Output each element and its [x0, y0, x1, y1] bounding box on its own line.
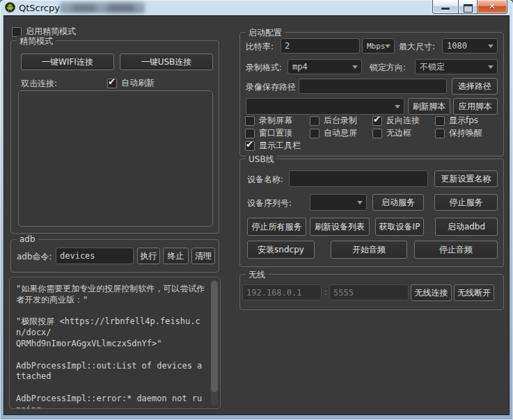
device-list[interactable]	[18, 90, 213, 227]
checkbox-icon[interactable]	[372, 129, 382, 138]
lock-orientation-combo[interactable]: 不锁定	[415, 59, 498, 74]
log-output[interactable]: "如果你需要更加专业的投屏控制软件，可以尝试作 者开发的商业版：" "极限投屏 …	[9, 277, 221, 409]
window-on-top-checkbox[interactable]: 窗口置顶	[245, 127, 292, 139]
auto-screen-off-label: 自动息屏	[324, 127, 357, 139]
max-size-combo[interactable]: 1080	[442, 38, 498, 54]
launch-config-group: 启动配置 比特率: Mbps 最大尺寸: 1080 录制格式: mp4 锁定方向…	[239, 32, 504, 156]
checkbox-icon[interactable]	[245, 141, 255, 151]
choose-path-button[interactable]: 选择路径	[452, 78, 498, 95]
ip-port-separator: :	[324, 287, 327, 297]
refresh-device-list-button[interactable]: 刷新设备列表	[310, 218, 370, 236]
update-name-button[interactable]: 更新设置名称	[434, 170, 498, 187]
serial-label: 设备序列号:	[247, 197, 292, 209]
record-path-label: 录像保存路径	[246, 81, 296, 93]
minimize-button[interactable]	[432, 0, 459, 14]
install-sndcpy-button[interactable]: 安装sndcpy	[247, 241, 315, 259]
log-scrollbar[interactable]	[211, 280, 218, 406]
stop-service-button[interactable]: 停止服务	[434, 194, 498, 211]
android-icon	[5, 2, 15, 13]
adb-command-label: adb命令:	[17, 251, 52, 263]
chevron-down-icon	[352, 65, 358, 69]
device-name-label: 设备名称:	[247, 174, 283, 186]
frameless-checkbox[interactable]: 无边框	[372, 127, 411, 139]
usb-group-title: USB线	[246, 154, 277, 165]
record-format-combo[interactable]: mp4	[287, 59, 362, 74]
maximize-icon	[464, 4, 473, 13]
window-on-top-label: 窗口置顶	[259, 127, 292, 139]
show-toolbar-checkbox[interactable]: 显示工具栏	[245, 140, 301, 152]
bitrate-unit-combo[interactable]: Mbps	[362, 38, 395, 54]
wireless-connect-button[interactable]: 无线连接	[411, 284, 452, 301]
background-record-checkbox[interactable]: 后台录制	[310, 115, 357, 127]
wireless-group-title: 无线	[246, 269, 268, 281]
checkbox-icon[interactable]	[310, 116, 319, 126]
show-fps-checkbox[interactable]: 显示fps	[435, 115, 478, 127]
refresh-script-button[interactable]: 刷新脚本	[408, 98, 450, 115]
keep-awake-checkbox[interactable]: 保持唤醒	[435, 127, 482, 139]
double-click-connect-label: 双击连接:	[21, 78, 57, 90]
start-adbd-button[interactable]: 启动adbd	[435, 218, 498, 236]
chevron-down-icon	[357, 201, 363, 204]
lock-orientation-value: 不锁定	[420, 61, 445, 73]
reverse-connect-checkbox[interactable]: 反向连接	[372, 115, 420, 127]
clear-button[interactable]: 清理	[191, 248, 215, 264]
start-service-button[interactable]: 启动服务	[372, 194, 424, 211]
device-name-input[interactable]	[289, 170, 428, 187]
checkbox-icon[interactable]	[310, 129, 319, 138]
adb-group: adb adb命令: 执行 终止 清理	[10, 239, 219, 273]
wireless-port-input[interactable]	[329, 284, 409, 300]
apply-script-button[interactable]: 应用脚本	[453, 98, 498, 115]
auto-screen-off-checkbox[interactable]: 自动息屏	[310, 127, 357, 139]
usb-group: USB线 设备名称: 更新设置名称 设备序列号: 启动服务 停止服务 停止所有服…	[239, 159, 504, 267]
frameless-label: 无边框	[386, 127, 411, 139]
checkbox-icon[interactable]	[372, 116, 382, 126]
one-key-wifi-button[interactable]: 一键WIFI连接	[21, 54, 114, 70]
checkbox-icon[interactable]	[435, 116, 445, 126]
one-key-usb-button[interactable]: 一键USB连接	[120, 54, 213, 70]
titlebar-blur	[60, 2, 145, 13]
stop-all-services-button[interactable]: 停止所有服务	[247, 218, 306, 236]
wireless-ip-input[interactable]	[242, 284, 322, 300]
bitrate-input[interactable]	[281, 38, 360, 54]
lock-orientation-label: 锁定方向:	[370, 62, 406, 74]
terminate-button[interactable]: 终止	[163, 248, 189, 264]
show-fps-label: 显示fps	[449, 115, 478, 127]
minimize-icon	[441, 8, 450, 10]
reverse-connect-label: 反向连接	[386, 115, 420, 127]
start-audio-button[interactable]: 开始音频	[331, 241, 407, 259]
log-scrollbar-thumb[interactable]	[211, 281, 218, 392]
simple-mode-group-title: 精简模式	[17, 35, 56, 47]
app-window: QtScrcpy ✕ 启用精简模式 精简模式 一键WIFI连接 一键USB连接 …	[0, 0, 513, 420]
get-device-ip-button[interactable]: 获取设备IP	[375, 218, 424, 236]
background-record-label: 后台录制	[324, 115, 357, 127]
record-path-input[interactable]	[299, 79, 447, 94]
keep-awake-label: 保持唤醒	[449, 127, 482, 139]
record-format-label: 录制格式:	[246, 62, 282, 74]
maximize-button[interactable]	[459, 0, 477, 14]
checkbox-icon[interactable]	[245, 129, 255, 138]
stop-audio-button[interactable]: 停止音频	[414, 241, 498, 259]
record-screen-label: 录制屏幕	[259, 115, 292, 127]
bitrate-unit-value: Mbps	[367, 42, 386, 51]
checkbox-icon[interactable]	[245, 116, 255, 126]
record-format-value: mp4	[292, 62, 308, 72]
max-size-label: 最大尺寸:	[399, 41, 435, 53]
main-content: 启用精简模式 精简模式 一键WIFI连接 一键USB连接 双击连接: 自动刷新 …	[3, 15, 510, 415]
auto-refresh-label: 自动刷新	[121, 77, 155, 89]
checkbox-icon[interactable]	[107, 79, 117, 88]
chevron-down-icon	[395, 105, 400, 108]
script-combo[interactable]	[246, 98, 404, 115]
launch-config-title: 启动配置	[246, 27, 285, 39]
chevron-down-icon	[488, 65, 494, 69]
adb-command-input[interactable]	[56, 248, 134, 264]
serial-combo[interactable]	[310, 194, 367, 211]
record-screen-checkbox[interactable]: 录制屏幕	[245, 115, 292, 127]
checkbox-icon[interactable]	[435, 129, 445, 138]
bitrate-label: 比特率:	[246, 41, 274, 53]
close-button[interactable]: ✕	[477, 0, 507, 14]
wireless-disconnect-button[interactable]: 无线断开	[454, 284, 494, 301]
titlebar[interactable]: QtScrcpy ✕	[0, 0, 513, 15]
auto-refresh-checkbox[interactable]: 自动刷新	[107, 77, 155, 89]
wireless-group: 无线 : 无线连接 无线断开	[239, 274, 504, 310]
execute-button[interactable]: 执行	[137, 248, 160, 264]
